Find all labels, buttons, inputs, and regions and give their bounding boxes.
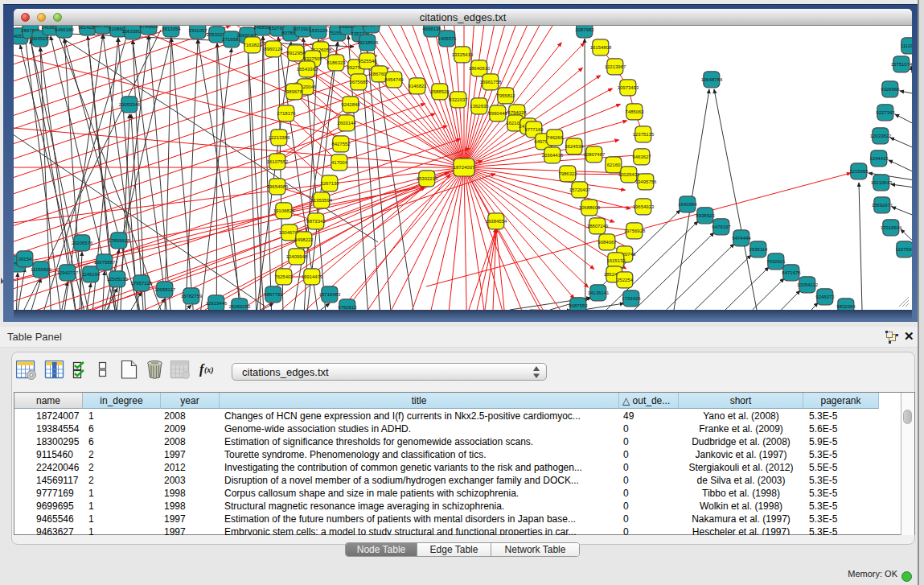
svg-text:8873342: 8873342: [306, 219, 326, 224]
svg-text:1533224: 1533224: [309, 28, 328, 33]
svg-text:3267130: 3267130: [320, 181, 339, 186]
svg-text:6479197: 6479197: [712, 225, 731, 229]
svg-text:7485063: 7485063: [625, 109, 644, 114]
svg-text:2571945: 2571945: [362, 26, 381, 27]
svg-text:26269250: 26269250: [229, 304, 251, 309]
svg-text:417004: 417004: [331, 160, 348, 165]
svg-text:8938923: 8938923: [696, 213, 715, 218]
svg-text:8813054: 8813054: [162, 27, 181, 31]
svg-text:1145194: 1145194: [82, 272, 101, 277]
svg-text:8186323: 8186323: [326, 60, 346, 65]
svg-text:3341057: 3341057: [188, 28, 207, 33]
svg-text:12213389: 12213389: [269, 135, 290, 140]
svg-text:10054112: 10054112: [797, 282, 819, 287]
svg-text:252254: 252254: [617, 278, 634, 282]
svg-text:12505135: 12505135: [107, 277, 129, 282]
svg-text:12033822: 12033822: [870, 134, 892, 138]
svg-text:16210643: 16210643: [871, 180, 893, 185]
svg-text:10807487: 10807487: [584, 152, 606, 157]
svg-text:16914479: 16914479: [302, 274, 323, 279]
svg-text:10975887: 10975887: [94, 260, 116, 265]
svg-text:9463627: 9463627: [632, 154, 651, 159]
svg-text:1615132: 1615132: [606, 258, 626, 263]
svg-text:13325419: 13325419: [452, 52, 474, 57]
svg-text:9227343: 9227343: [876, 110, 895, 115]
svg-text:10688609: 10688609: [579, 205, 601, 210]
svg-text:39154: 39154: [18, 257, 32, 262]
svg-text:9857791: 9857791: [264, 292, 283, 297]
svg-text:19106825: 19106825: [273, 208, 295, 213]
svg-text:1362635: 1362635: [470, 104, 489, 109]
svg-text:3624534: 3624534: [565, 144, 584, 149]
svg-text:2718176: 2718176: [277, 111, 296, 116]
svg-text:8322037: 8322037: [449, 97, 468, 102]
svg-text:12409948: 12409948: [286, 254, 308, 259]
svg-text:746266: 746266: [547, 135, 564, 140]
svg-text:1112953: 1112953: [901, 43, 912, 48]
svg-text:19654923: 19654923: [633, 204, 655, 209]
svg-text:10025438: 10025438: [618, 172, 640, 177]
svg-text:12375135: 12375135: [633, 132, 655, 137]
svg-text:16961758: 16961758: [480, 80, 502, 84]
svg-text:14136141: 14136141: [588, 290, 610, 295]
svg-text:19384554: 19384554: [486, 219, 507, 224]
svg-text:2603144: 2603144: [337, 121, 356, 126]
svg-text:17859928: 17859928: [109, 238, 130, 243]
svg-text:8471676: 8471676: [782, 270, 801, 275]
svg-text:20206576: 20206576: [72, 241, 93, 245]
svg-text:7955812: 7955812: [496, 93, 515, 98]
svg-text:9525546: 9525546: [358, 59, 377, 64]
svg-text:9245072: 9245072: [815, 295, 835, 299]
svg-text:(x): (x): [204, 365, 214, 375]
svg-text:10648784: 10648784: [701, 77, 723, 82]
svg-text:19654985: 19654985: [267, 184, 289, 189]
svg-text:8960124: 8960124: [264, 47, 283, 51]
svg-text:8990448: 8990448: [488, 111, 507, 116]
svg-text:9084067: 9084067: [598, 240, 617, 245]
svg-text:1244415: 1244415: [869, 156, 889, 161]
svg-text:8454749: 8454749: [384, 77, 404, 82]
svg-text:11156829: 11156829: [31, 267, 51, 272]
svg-text:8427552: 8427552: [331, 142, 351, 146]
svg-text:16782759: 16782759: [181, 294, 203, 299]
svg-text:989678: 989678: [286, 89, 303, 94]
svg-text:17957225: 17957225: [131, 281, 153, 286]
svg-text:11353594: 11353594: [311, 198, 333, 203]
svg-text:8912954: 8912954: [286, 51, 306, 56]
svg-text:9777169: 9777169: [524, 127, 544, 132]
svg-text:7632621: 7632621: [766, 259, 786, 264]
svg-text:15302215: 15302215: [417, 176, 438, 181]
svg-text:16154808: 16154808: [590, 45, 612, 50]
svg-text:9474444: 9474444: [732, 236, 751, 241]
svg-text:2588520: 2588520: [430, 89, 450, 94]
svg-text:3215955: 3215955: [849, 169, 869, 174]
svg-text:3675685: 3675685: [349, 80, 368, 84]
svg-text:15716483: 15716483: [319, 292, 341, 297]
svg-text:16543362: 16543362: [297, 67, 318, 72]
svg-text:15751074: 15751074: [891, 62, 912, 67]
svg-text:9329966: 9329966: [881, 87, 900, 92]
svg-text:8087553: 8087553: [569, 303, 588, 308]
svg-text:13495756: 13495756: [635, 179, 657, 184]
svg-text:9498222: 9498222: [294, 237, 314, 242]
svg-text:7163822: 7163822: [243, 43, 262, 47]
svg-text:7986322: 7986322: [558, 171, 577, 176]
svg-text:20053346: 20053346: [119, 102, 141, 107]
svg-text:12923446: 12923446: [206, 301, 228, 306]
svg-text:20364436: 20364436: [542, 153, 564, 158]
svg-text:1167534: 1167534: [896, 247, 912, 252]
svg-text:1640954: 1640954: [678, 202, 697, 207]
svg-text:18807249: 18807249: [587, 224, 609, 229]
svg-text:16107552: 16107552: [267, 159, 289, 164]
svg-text:6466160: 6466160: [55, 27, 74, 32]
svg-text:18640910: 18640910: [469, 66, 491, 71]
svg-text:19218506: 19218506: [357, 40, 379, 45]
svg-text:2935114: 2935114: [749, 247, 769, 252]
svg-text:9146821: 9146821: [408, 84, 427, 89]
svg-text:17016504: 17016504: [881, 225, 902, 230]
svg-text:1405571: 1405571: [437, 36, 457, 41]
svg-text:4744854: 4744854: [139, 26, 158, 29]
svg-text:9832064: 9832064: [836, 304, 856, 309]
svg-text:10655287: 10655287: [30, 36, 51, 41]
svg-text:10973493: 10973493: [618, 85, 639, 90]
